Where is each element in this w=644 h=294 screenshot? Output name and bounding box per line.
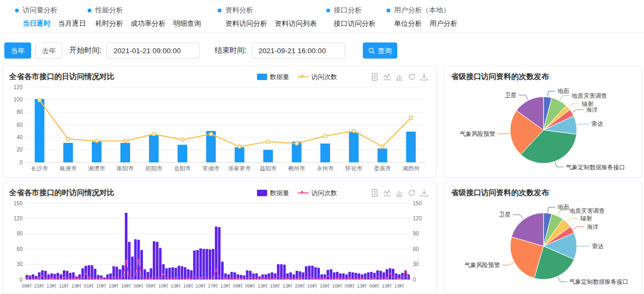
svg-text:郴州市: 郴州市 bbox=[288, 165, 305, 171]
filter-bar: 当年 去年 开始时间: 结束时间: 查询 bbox=[0, 33, 644, 66]
nav-item[interactable]: 明细查询 bbox=[173, 19, 201, 28]
nav-item[interactable]: 单位分析 bbox=[394, 19, 422, 28]
switch-to-bar-chart-icon[interactable] bbox=[395, 73, 404, 81]
data-view-icon[interactable] bbox=[370, 189, 379, 197]
svg-text:13时: 13时 bbox=[382, 283, 392, 289]
svg-text:岳阳市: 岳阳市 bbox=[174, 165, 191, 171]
svg-text:60: 60 bbox=[17, 122, 23, 128]
legend-item-visit-count[interactable]: 访问次数 bbox=[298, 189, 337, 198]
svg-text:张家界市: 张家界市 bbox=[228, 165, 252, 171]
svg-text:地质灾害调查: 地质灾害调查 bbox=[571, 92, 607, 99]
switch-to-line-chart-icon[interactable] bbox=[383, 73, 391, 81]
legend-item-visit-count[interactable]: 访问次数 bbox=[298, 73, 337, 82]
svg-text:长沙市: 长沙市 bbox=[31, 165, 48, 171]
svg-text:0: 0 bbox=[19, 160, 23, 166]
pie-title-top: 省级接口访问资料的次数发布 bbox=[451, 72, 549, 82]
legend-label: 数据量 bbox=[270, 73, 289, 82]
svg-text:08时: 08时 bbox=[345, 283, 355, 289]
save-as-image-icon[interactable] bbox=[420, 73, 428, 81]
bar-series-swatch bbox=[257, 74, 267, 80]
start-time-input[interactable] bbox=[106, 42, 200, 59]
svg-text:21时: 21时 bbox=[34, 283, 44, 289]
svg-text:0: 0 bbox=[413, 277, 416, 283]
nav-item[interactable]: 成功率分析 bbox=[131, 19, 166, 28]
svg-text:海洋: 海洋 bbox=[586, 106, 598, 113]
svg-text:17时: 17时 bbox=[208, 283, 218, 289]
svg-text:气象定制数据服务接口: 气象定制数据服务接口 bbox=[569, 278, 628, 285]
this-year-button[interactable]: 当年 bbox=[4, 42, 31, 59]
bullet-icon bbox=[218, 9, 221, 12]
svg-text:40: 40 bbox=[17, 134, 23, 140]
last-year-button[interactable]: 去年 bbox=[35, 42, 62, 59]
switch-to-line-chart-icon[interactable] bbox=[383, 189, 391, 197]
nav-section-4: 用户分析（本地）单位分析用户分析 bbox=[387, 5, 457, 28]
switch-to-bar-chart-icon[interactable] bbox=[395, 189, 404, 197]
province-pie-card-top: 省级接口访问资料的次数发布 地面地质灾害调查辐射海洋雷达气象定制数据服务接口气象… bbox=[444, 66, 642, 177]
bullet-icon bbox=[326, 9, 330, 12]
nav-item[interactable]: 接口访问分析 bbox=[334, 19, 376, 28]
nav-item[interactable]: 用户分析 bbox=[430, 19, 457, 28]
restore-icon[interactable] bbox=[407, 189, 416, 197]
legend-item-data-volume[interactable]: 数据量 bbox=[257, 73, 289, 82]
svg-text:娄底市: 娄底市 bbox=[374, 165, 391, 171]
nav-item[interactable]: 当月逐日 bbox=[58, 19, 86, 28]
nav-item[interactable]: 资料访问列表 bbox=[275, 19, 317, 28]
svg-text:常德市: 常德市 bbox=[203, 165, 220, 171]
svg-text:海洋: 海洋 bbox=[586, 224, 598, 230]
svg-text:衡阳市: 衡阳市 bbox=[116, 165, 134, 171]
svg-text:株洲市: 株洲市 bbox=[59, 165, 77, 171]
search-icon bbox=[368, 47, 375, 54]
nav-section-title-text: 访问量分析 bbox=[23, 5, 58, 15]
svg-text:卫星: 卫星 bbox=[504, 92, 517, 98]
svg-text:怀化市: 怀化市 bbox=[345, 165, 362, 171]
save-as-image-icon[interactable] bbox=[420, 189, 428, 197]
bullet-icon bbox=[88, 9, 91, 12]
nav-item[interactable]: 耗时分析 bbox=[95, 19, 123, 28]
left-column: 全省各市接口的日访问情况对比 数据量 访问次数 020406080100120长 bbox=[2, 66, 437, 293]
restore-icon[interactable] bbox=[407, 73, 416, 81]
end-time-input[interactable] bbox=[252, 42, 345, 59]
svg-text:永州市: 永州市 bbox=[317, 165, 334, 171]
nav-section-title: 用户分析（本地） bbox=[387, 5, 457, 15]
chart-legend-hourly: 数据量 访问次数 bbox=[257, 189, 337, 198]
svg-text:16时: 16时 bbox=[307, 283, 318, 289]
svg-text:100: 100 bbox=[13, 97, 23, 103]
nav-section-title: 资料分析 bbox=[218, 5, 317, 15]
pie-title-bottom: 省级接口访问资料的次数发布 bbox=[451, 188, 549, 198]
svg-text:80: 80 bbox=[17, 109, 23, 115]
svg-text:30: 30 bbox=[17, 261, 23, 267]
pie-chart-top[interactable]: 地面地质灾害调查辐射海洋雷达气象定制数据服务接口气象风险预警卫星 bbox=[451, 83, 636, 178]
nav-item[interactable]: 资料访问分析 bbox=[225, 19, 267, 28]
svg-text:地面: 地面 bbox=[557, 88, 569, 94]
legend-item-data-volume[interactable]: 数据量 bbox=[257, 189, 289, 198]
nav-section-0: 访问量分析当日逐时当月逐日 bbox=[15, 5, 86, 28]
nav-section-2: 资料分析资料访问分析资料访问列表 bbox=[218, 5, 317, 28]
daily-bar-line-chart[interactable]: 020406080100120长沙市株洲市湘潭市衡阳市邵阳市岳阳市常德市张家界市… bbox=[9, 83, 431, 174]
svg-text:雷达: 雷达 bbox=[591, 120, 603, 127]
province-pie-card-bottom: 省级接口访问资料的次数发布 地面地质灾害调查辐射海洋雷达气象定制数据服务接口气象… bbox=[444, 182, 642, 293]
svg-text:益阳市: 益阳市 bbox=[260, 165, 277, 171]
legend-label: 访问次数 bbox=[311, 189, 337, 198]
svg-text:09时: 09时 bbox=[146, 283, 156, 289]
svg-text:16时: 16时 bbox=[121, 283, 131, 289]
query-button[interactable]: 查询 bbox=[363, 42, 397, 59]
svg-text:13时: 13时 bbox=[47, 283, 57, 289]
svg-text:10时: 10时 bbox=[96, 283, 106, 289]
svg-text:11时: 11时 bbox=[59, 283, 69, 289]
line-series-swatch bbox=[298, 76, 309, 77]
svg-text:雷达: 雷达 bbox=[592, 243, 604, 249]
bullet-icon bbox=[15, 9, 19, 12]
daily-visits-card: 全省各市接口的日访问情况对比 数据量 访问次数 020406080100120长 bbox=[2, 66, 437, 177]
nav-item[interactable]: 当日逐时 bbox=[23, 19, 51, 28]
pie-chart-bottom[interactable]: 地面地质灾害调查辐射海洋雷达气象定制数据服务接口气象风险预警卫星 bbox=[451, 199, 636, 294]
svg-text:辐射: 辐射 bbox=[581, 215, 592, 221]
svg-text:邵阳市: 邵阳市 bbox=[145, 165, 162, 171]
svg-text:60: 60 bbox=[17, 246, 23, 252]
chart-title-daily: 全省各市接口的日访问情况对比 bbox=[9, 72, 115, 82]
svg-text:13时: 13时 bbox=[257, 283, 268, 289]
chart-legend-daily: 数据量 访问次数 bbox=[257, 73, 337, 82]
data-view-icon[interactable] bbox=[370, 73, 379, 81]
hourly-bar-line-chart[interactable]: 0030306060909012012015015009时21时13时11时13… bbox=[9, 199, 431, 291]
svg-text:09时: 09时 bbox=[245, 283, 255, 289]
nav-section-title: 访问量分析 bbox=[15, 5, 86, 15]
